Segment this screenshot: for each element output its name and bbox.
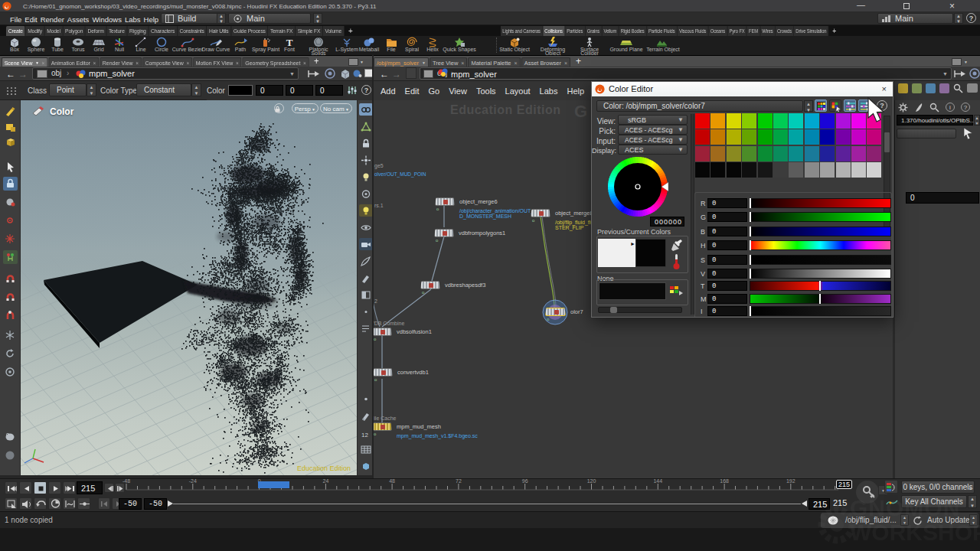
svg-text:48: 48 [389, 478, 395, 484]
svg-text:120: 120 [587, 478, 596, 484]
svg-text:144: 144 [653, 478, 662, 484]
svg-text:72: 72 [456, 478, 462, 484]
svg-text:24: 24 [323, 478, 329, 484]
svg-text:168: 168 [720, 478, 729, 484]
svg-text:-24: -24 [189, 478, 197, 484]
svg-text:96: 96 [522, 478, 528, 484]
svg-text:-48: -48 [122, 478, 130, 484]
svg-text:T: T [286, 37, 293, 47]
svg-text:192: 192 [786, 478, 795, 484]
